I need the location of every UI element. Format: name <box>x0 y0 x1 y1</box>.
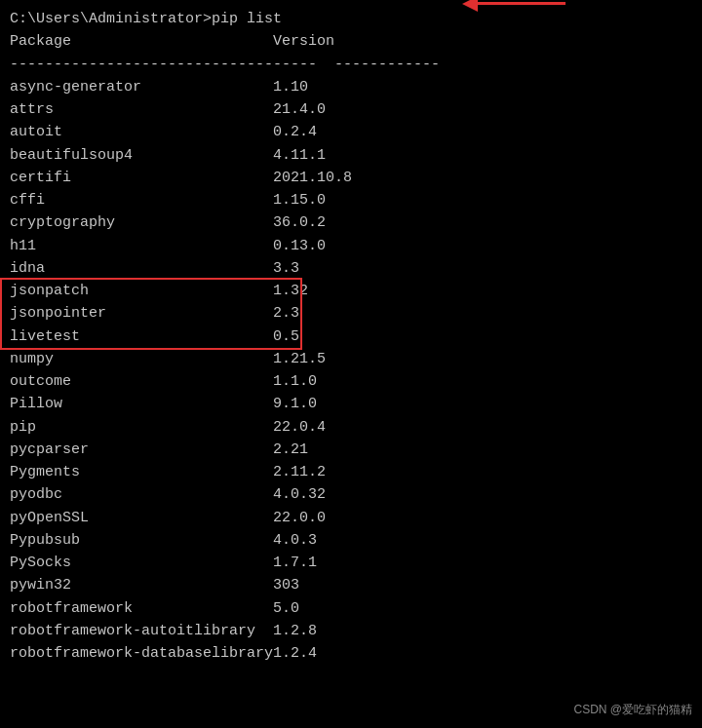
package-version: 1.21.5 <box>273 348 326 370</box>
package-version: 0.5 <box>273 326 299 348</box>
package-version: 3.3 <box>273 257 299 280</box>
package-version: 2.21 <box>273 439 308 461</box>
terminal-window: C:\Users\Administrator>pip list Package … <box>0 0 702 728</box>
package-name: pywin32 <box>10 574 273 596</box>
watermark: CSDN @爱吃虾的猫精 <box>573 702 692 718</box>
table-row: Pypubsub4.0.3 <box>10 529 692 552</box>
package-name: pycparser <box>10 439 273 461</box>
package-name: idna <box>10 257 273 280</box>
package-name: pip <box>10 416 273 439</box>
package-name: attrs <box>10 98 273 121</box>
table-row: pip22.0.4 <box>10 416 692 439</box>
package-name: robotframework-autoitlibrary <box>10 620 273 642</box>
table-row: h110.13.0 <box>10 235 692 257</box>
package-version: 1.7.1 <box>273 552 317 574</box>
package-version: 4.0.3 <box>273 529 317 552</box>
package-name: Pygments <box>10 461 273 483</box>
separator-line: ----------------------------------- ----… <box>10 54 692 76</box>
table-row: robotframework5.0 <box>10 597 692 620</box>
package-name: Pypubsub <box>10 529 273 552</box>
table-row: autoit0.2.4 <box>10 121 692 143</box>
package-version: 21.4.0 <box>273 98 326 121</box>
package-version: 22.0.4 <box>273 416 326 439</box>
package-name: outcome <box>10 370 273 393</box>
table-row: Pillow9.1.0 <box>10 393 692 415</box>
package-version: 1.2.8 <box>273 620 317 642</box>
table-row: numpy1.21.5 <box>10 348 692 370</box>
package-version: 2021.10.8 <box>273 167 352 189</box>
version-header: Version <box>273 30 334 53</box>
package-name: pyOpenSSL <box>10 507 273 529</box>
package-version: 4.0.32 <box>273 483 326 506</box>
package-name: cryptography <box>10 211 273 234</box>
table-row: Pygments2.11.2 <box>10 461 692 483</box>
table-row: jsonpointer2.3 <box>10 302 692 325</box>
package-name: jsonpointer <box>10 302 273 325</box>
table-row: certifi2021.10.8 <box>10 167 692 189</box>
package-version: 22.0.0 <box>273 507 326 529</box>
package-version: 0.13.0 <box>273 235 326 257</box>
package-name: beautifulsoup4 <box>10 144 273 167</box>
package-name: h11 <box>10 235 273 257</box>
package-version: 4.11.1 <box>273 144 326 167</box>
table-row: pyodbc4.0.32 <box>10 483 692 506</box>
package-name: pyodbc <box>10 483 273 506</box>
table-row: pywin32303 <box>10 574 692 596</box>
package-name: robotframework <box>10 597 273 620</box>
table-row: outcome1.1.0 <box>10 370 692 393</box>
package-name: cffi <box>10 189 273 211</box>
package-version: 1.2.4 <box>273 642 317 665</box>
package-version: 2.3 <box>273 302 299 325</box>
table-row: pyOpenSSL22.0.0 <box>10 507 692 529</box>
package-name: jsonpatch <box>10 280 273 302</box>
package-version: 0.2.4 <box>273 121 317 143</box>
package-header: Package <box>10 30 273 53</box>
table-row: PySocks1.7.1 <box>10 552 692 574</box>
package-version: 1.10 <box>273 76 308 98</box>
command-prompt: C:\Users\Administrator>pip list <box>10 8 692 30</box>
table-row: idna3.3 <box>10 257 692 280</box>
package-name: livetest <box>10 326 273 348</box>
table-row: livetest0.5 <box>10 326 692 348</box>
package-version: 9.1.0 <box>273 393 317 415</box>
table-row: beautifulsoup44.11.1 <box>10 144 692 167</box>
table-row: jsonpatch1.32 <box>10 280 692 302</box>
table-header: Package Version <box>10 30 692 53</box>
package-name: autoit <box>10 121 273 143</box>
package-version: 2.11.2 <box>273 461 326 483</box>
package-name: PySocks <box>10 552 273 574</box>
packages-list: async-generator1.10attrs21.4.0autoit0.2.… <box>10 76 692 666</box>
package-version: 303 <box>273 574 299 596</box>
package-version: 36.0.2 <box>273 211 326 234</box>
table-row: cffi1.15.0 <box>10 189 692 211</box>
arrow-annotation <box>478 2 566 5</box>
package-name: certifi <box>10 167 273 189</box>
table-row: cryptography36.0.2 <box>10 211 692 234</box>
package-name: Pillow <box>10 393 273 415</box>
package-name: async-generator <box>10 76 273 98</box>
package-name: robotframework-databaselibrary <box>10 642 273 665</box>
table-row: robotframework-autoitlibrary1.2.8 <box>10 620 692 642</box>
package-name: numpy <box>10 348 273 370</box>
table-row: attrs21.4.0 <box>10 98 692 121</box>
package-version: 1.1.0 <box>273 370 317 393</box>
package-version: 5.0 <box>273 597 299 620</box>
table-row: async-generator1.10 <box>10 76 692 98</box>
table-row: pycparser2.21 <box>10 439 692 461</box>
package-version: 1.15.0 <box>273 189 326 211</box>
package-version: 1.32 <box>273 280 308 302</box>
table-row: robotframework-databaselibrary1.2.4 <box>10 642 692 665</box>
